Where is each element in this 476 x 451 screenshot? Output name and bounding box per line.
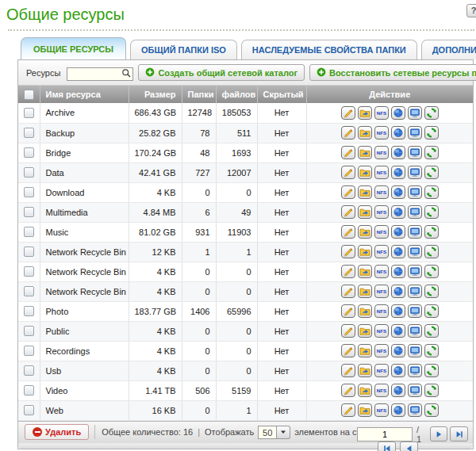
nfs-action-button[interactable]: NFS: [374, 225, 389, 239]
web-access-action-button[interactable]: [391, 304, 405, 318]
col-name[interactable]: Имя ресурса: [40, 86, 129, 103]
network-drive-action-button[interactable]: [408, 364, 422, 377]
row-checkbox[interactable]: [24, 346, 34, 356]
network-drive-action-button[interactable]: [408, 304, 422, 318]
nfs-action-button[interactable]: NFS: [374, 166, 389, 179]
web-access-action-button[interactable]: [391, 106, 405, 120]
nfs-action-button[interactable]: NFS: [374, 344, 389, 357]
share-folder-action-button[interactable]: [358, 285, 372, 298]
network-drive-action-button[interactable]: [408, 324, 422, 338]
nfs-action-button[interactable]: NFS: [374, 205, 389, 219]
page-size-dropdown[interactable]: [277, 426, 290, 439]
refresh-action-button[interactable]: [424, 146, 439, 159]
nfs-action-button[interactable]: NFS: [374, 304, 389, 318]
network-drive-action-button[interactable]: [408, 166, 422, 179]
network-drive-action-button[interactable]: [408, 146, 422, 159]
nfs-action-button[interactable]: NFS: [374, 146, 389, 159]
tab-shared-resources[interactable]: ОБЩИЕ РЕСУРСЫ: [21, 37, 126, 59]
row-checkbox[interactable]: [24, 286, 34, 296]
share-folder-action-button[interactable]: [358, 146, 372, 159]
row-checkbox[interactable]: [24, 385, 34, 396]
col-folders[interactable]: Папки: [182, 86, 216, 103]
nfs-action-button[interactable]: NFS: [374, 265, 389, 278]
edit-action-button[interactable]: [341, 403, 355, 417]
edit-action-button[interactable]: [341, 225, 355, 239]
network-drive-action-button[interactable]: [408, 384, 422, 397]
refresh-action-button[interactable]: [424, 364, 439, 377]
row-checkbox[interactable]: [24, 266, 34, 277]
refresh-action-button[interactable]: [424, 304, 439, 318]
edit-action-button[interactable]: [341, 185, 355, 199]
row-checkbox[interactable]: [24, 365, 34, 376]
row-checkbox[interactable]: [24, 108, 34, 118]
share-folder-action-button[interactable]: [358, 364, 372, 377]
web-access-action-button[interactable]: [391, 344, 405, 357]
network-drive-action-button[interactable]: [408, 106, 422, 120]
edit-action-button[interactable]: [341, 245, 355, 258]
next-page-button[interactable]: [430, 426, 448, 441]
web-access-action-button[interactable]: [391, 166, 405, 179]
page-size-value[interactable]: 50: [258, 426, 277, 439]
row-checkbox[interactable]: [24, 306, 34, 316]
select-all-checkbox[interactable]: [24, 90, 34, 100]
share-folder-action-button[interactable]: [358, 126, 372, 140]
refresh-action-button[interactable]: [424, 225, 439, 239]
nfs-action-button[interactable]: NFS: [374, 106, 389, 120]
network-drive-action-button[interactable]: [408, 185, 422, 199]
edit-action-button[interactable]: [341, 146, 355, 159]
row-checkbox[interactable]: [24, 207, 34, 217]
nfs-action-button[interactable]: NFS: [374, 324, 389, 338]
refresh-action-button[interactable]: [424, 324, 439, 338]
web-access-action-button[interactable]: [391, 225, 405, 239]
share-folder-action-button[interactable]: [358, 403, 372, 417]
network-drive-action-button[interactable]: [408, 225, 422, 239]
refresh-action-button[interactable]: [424, 166, 439, 179]
refresh-action-button[interactable]: [424, 106, 439, 120]
create-share-button[interactable]: Создать общий сетевой каталог: [138, 64, 305, 81]
nfs-action-button[interactable]: NFS: [374, 285, 389, 298]
share-folder-action-button[interactable]: [358, 225, 372, 239]
web-access-action-button[interactable]: [391, 265, 405, 278]
nfs-action-button[interactable]: NFS: [374, 364, 389, 377]
edit-action-button[interactable]: [341, 304, 355, 318]
row-checkbox[interactable]: [24, 405, 34, 415]
network-drive-action-button[interactable]: [408, 285, 422, 298]
edit-action-button[interactable]: [341, 205, 355, 219]
edit-action-button[interactable]: [341, 126, 355, 140]
help-icon[interactable]: ?: [466, 4, 476, 17]
col-size[interactable]: Размер: [129, 86, 182, 103]
row-checkbox[interactable]: [24, 187, 34, 197]
edit-action-button[interactable]: [341, 285, 355, 298]
nfs-action-button[interactable]: NFS: [374, 384, 389, 397]
network-drive-action-button[interactable]: [408, 205, 422, 219]
web-access-action-button[interactable]: [391, 205, 405, 219]
edit-action-button[interactable]: [341, 265, 355, 278]
network-drive-action-button[interactable]: [408, 245, 422, 258]
refresh-action-button[interactable]: [424, 126, 439, 140]
search-icon[interactable]: [121, 67, 132, 82]
web-access-action-button[interactable]: [391, 384, 405, 397]
refresh-action-button[interactable]: [424, 403, 439, 417]
network-drive-action-button[interactable]: [408, 344, 422, 357]
web-access-action-button[interactable]: [391, 364, 405, 377]
edit-action-button[interactable]: [341, 384, 355, 397]
web-access-action-button[interactable]: [391, 245, 405, 258]
share-folder-action-button[interactable]: [358, 344, 372, 357]
share-folder-action-button[interactable]: [358, 185, 372, 199]
share-folder-action-button[interactable]: [358, 106, 372, 120]
refresh-action-button[interactable]: [424, 185, 439, 199]
row-checkbox[interactable]: [24, 128, 34, 138]
web-access-action-button[interactable]: [391, 146, 405, 159]
row-checkbox[interactable]: [24, 227, 34, 237]
tab-advanced-settings[interactable]: ДОПОЛНИТЕЛЬНЫЕ НАСТ: [421, 40, 476, 59]
edit-action-button[interactable]: [341, 344, 355, 357]
nfs-action-button[interactable]: NFS: [374, 245, 389, 258]
network-drive-action-button[interactable]: [408, 265, 422, 278]
share-folder-action-button[interactable]: [358, 304, 372, 318]
share-folder-action-button[interactable]: [358, 324, 372, 338]
refresh-action-button[interactable]: [424, 205, 439, 219]
share-folder-action-button[interactable]: [358, 166, 372, 179]
refresh-action-button[interactable]: [424, 285, 439, 298]
share-folder-action-button[interactable]: [358, 205, 372, 219]
share-folder-action-button[interactable]: [358, 384, 372, 397]
